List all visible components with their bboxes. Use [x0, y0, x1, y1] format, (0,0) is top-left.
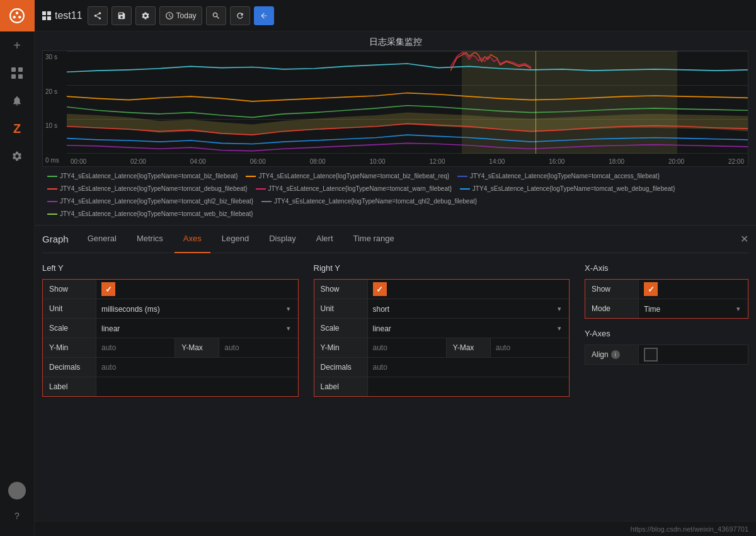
- left-y-ymin-value: [96, 338, 175, 357]
- left-y-ymin-input[interactable]: [101, 343, 169, 352]
- left-y-ymax-label: Y-Max: [175, 338, 219, 357]
- save-button[interactable]: [112, 6, 132, 25]
- left-y-unit-select[interactable]: milliseconds (ms) seconds (s) short perc…: [101, 305, 293, 314]
- left-y-show-value: [96, 280, 298, 299]
- left-y-scale-select[interactable]: linear log: [101, 324, 293, 333]
- right-y-scale-select[interactable]: linear log: [373, 324, 564, 333]
- y-axes-title: Y-Axes: [585, 329, 748, 338]
- settings-button[interactable]: [135, 6, 156, 25]
- left-y-decimals-row: Decimals: [43, 358, 298, 377]
- sidebar-item-settings[interactable]: [0, 142, 35, 170]
- right-y-label-label: Label: [314, 377, 368, 396]
- y-label-30: 30 s: [45, 54, 64, 60]
- left-y-ymax-input[interactable]: [224, 343, 292, 352]
- right-y-form: Show Unit short: [314, 279, 570, 397]
- status-url: https://blog.csdn.net/weixin_43697701: [631, 525, 748, 533]
- close-panel-button[interactable]: ✕: [740, 233, 748, 245]
- x-label: 02:00: [130, 158, 146, 165]
- back-button[interactable]: [254, 6, 274, 25]
- left-y-scale-row: Scale linear log: [43, 319, 298, 338]
- tab-metrics[interactable]: Metrics: [128, 225, 172, 253]
- right-y-decimals-label: Decimals: [314, 358, 368, 377]
- svg-rect-7: [18, 74, 23, 79]
- share-button[interactable]: [88, 6, 108, 25]
- left-y-label-label: Label: [43, 377, 96, 396]
- refresh-icon: [236, 11, 244, 20]
- legend-item: JTY4_sEsLatence_Latence{logTypeName=tomc…: [47, 196, 253, 207]
- x-label: 10:00: [370, 158, 386, 165]
- sidebar-item-z[interactable]: Z: [0, 115, 35, 142]
- sidebar-item-add[interactable]: +: [0, 31, 35, 59]
- left-y-decimals-input[interactable]: [101, 363, 293, 372]
- align-info-icon: i: [611, 350, 620, 359]
- tab-axes[interactable]: Axes: [175, 225, 210, 253]
- right-y-unit-select-wrap: short milliseconds (ms) seconds (s) perc…: [373, 304, 564, 314]
- svg-point-1: [16, 12, 18, 14]
- y-axes-align-checkbox[interactable]: [644, 348, 658, 362]
- grafana-icon: [9, 8, 25, 24]
- legend-label: JTY4_sEsLatence_Latence{logTypeName=tomc…: [472, 183, 675, 195]
- right-y-unit-select[interactable]: short milliseconds (ms) seconds (s) perc…: [373, 305, 564, 314]
- page-title: test11: [55, 10, 83, 21]
- y-axes-align-row: Align i: [585, 345, 748, 364]
- x-label: 12:00: [429, 158, 445, 165]
- right-y-show-label: Show: [314, 280, 368, 299]
- left-y-show-checkbox[interactable]: [101, 282, 115, 296]
- refresh-button[interactable]: [230, 6, 250, 25]
- tab-legend[interactable]: Legend: [213, 225, 258, 253]
- user-avatar[interactable]: [8, 482, 26, 499]
- left-y-decimals-value: [96, 358, 298, 377]
- legend-color: [256, 188, 266, 190]
- right-y-decimals-value: [368, 358, 570, 377]
- topbar-left: test11: [42, 10, 83, 21]
- right-y-decimals-input[interactable]: [373, 363, 564, 372]
- x-axis-show-checkbox[interactable]: [644, 282, 658, 296]
- left-y-scale-value: linear log: [96, 319, 298, 338]
- search-icon: [212, 11, 220, 20]
- x-label: 22:00: [728, 158, 744, 165]
- sidebar-item-bell[interactable]: [0, 87, 35, 115]
- chart-panel: 日志采集监控 30 s 20 s 10 s 0 ms: [35, 31, 756, 225]
- x-axis-mode-label: Mode: [585, 299, 639, 318]
- right-y-label-input[interactable]: [373, 382, 564, 391]
- y-label-20: 20 s: [45, 88, 64, 95]
- right-y-ymax-label: Y-Max: [447, 338, 491, 357]
- tab-general[interactable]: General: [79, 225, 125, 253]
- right-y-ymin-input[interactable]: [373, 343, 441, 352]
- x-axis-show-row: Show: [585, 280, 748, 299]
- axes-config: Left Y Show Unit: [42, 253, 748, 397]
- svg-point-3: [18, 16, 21, 18]
- left-y-label-input[interactable]: [101, 382, 293, 391]
- right-y-ymax-input[interactable]: [496, 343, 564, 352]
- right-y-scale-row: Scale linear log: [314, 319, 570, 338]
- left-y-form: Show Unit milliseconds (ms): [42, 279, 299, 397]
- left-y-ymin-label: Y-Min: [43, 338, 96, 357]
- left-y-ymax-value: [219, 338, 297, 357]
- left-y-label-row: Label: [43, 377, 298, 396]
- svg-rect-5: [18, 67, 23, 72]
- zoom-button[interactable]: [206, 6, 226, 25]
- today-button[interactable]: Today: [159, 6, 202, 25]
- topbar-actions: Today: [88, 6, 274, 25]
- tab-timerange[interactable]: Time range: [345, 225, 403, 253]
- sidebar: + Z ?: [0, 0, 35, 536]
- right-y-ymin-label: Y-Min: [314, 338, 368, 357]
- main-content: test11 Today: [35, 0, 756, 536]
- legend-label: JTY4_sEsLatence_Latence{logTypeName=tomc…: [60, 171, 238, 182]
- left-y-unit-row: Unit milliseconds (ms) seconds (s) short…: [43, 299, 298, 319]
- svg-point-0: [10, 9, 24, 23]
- today-label: Today: [176, 11, 197, 20]
- x-axis-mode-value: Time Series Histogram: [639, 299, 748, 318]
- x-axis-mode-select[interactable]: Time Series Histogram: [644, 305, 743, 314]
- x-axis-show-label: Show: [585, 280, 639, 299]
- chart-y-labels: 30 s 20 s 10 s 0 ms: [43, 51, 67, 166]
- x-axis-show-value: [639, 280, 748, 299]
- right-y-scale-label: Scale: [314, 319, 368, 338]
- tab-alert[interactable]: Alert: [307, 225, 342, 253]
- sidebar-item-help[interactable]: ?: [0, 502, 35, 530]
- sidebar-item-dashboard[interactable]: [0, 59, 35, 87]
- x-label: 16:00: [549, 158, 564, 165]
- tab-display[interactable]: Display: [260, 225, 305, 253]
- right-y-show-checkbox[interactable]: [373, 282, 387, 296]
- x-label: 04:00: [190, 158, 206, 165]
